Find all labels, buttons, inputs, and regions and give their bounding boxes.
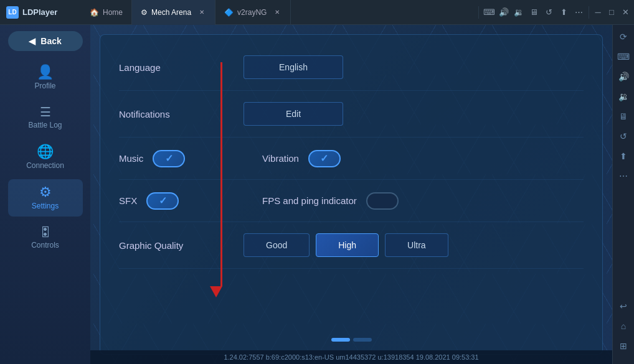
notifications-controls: Edit [244, 102, 584, 126]
music-vibration-row: Music ✓ Vibration ✓ [119, 138, 584, 180]
minimize-button[interactable]: ─ [592, 6, 604, 19]
language-button[interactable]: English [244, 55, 343, 79]
quality-good-button[interactable]: Good [244, 233, 310, 257]
tab-home[interactable]: 🏠 Home [81, 0, 132, 25]
volume-side-icon[interactable]: 🔊 [617, 70, 630, 83]
more-side-icon[interactable]: ⋯ [617, 169, 630, 183]
connection-icon: 🌐 [37, 145, 54, 159]
display-icon[interactable]: 🖥 [528, 6, 540, 19]
controls-label: Controls [31, 241, 59, 250]
app-logo-area: LD LDPlayer [0, 6, 81, 19]
tab-mech-arena[interactable]: ⚙ Mech Arena ✕ [132, 0, 215, 25]
right-sidebar: ⟳ ⌨ 🔊 🔉 🖥 ↺ ⬆ ⋯ ↩ ⌂ ⊞ [612, 25, 634, 364]
settings-icon: ⚙ [39, 185, 52, 199]
sync-icon[interactable]: ⟳ [617, 30, 630, 44]
language-label: Language [119, 62, 244, 73]
sidebar-item-battle-log[interactable]: ☰ Battle Log [8, 100, 83, 136]
v2rayng-tab-close[interactable]: ✕ [273, 8, 282, 17]
music-toggle-check-icon: ✓ [165, 152, 173, 164]
rotate-icon[interactable]: ↺ [542, 6, 555, 19]
sfx-fps-row: SFX ✓ FPS and ping indicator ✓ [119, 180, 584, 222]
refresh-side-icon[interactable]: ↺ [617, 129, 630, 143]
controls-icon: 🎛 [39, 226, 52, 238]
vibration-toggle[interactable]: ✓ [308, 150, 341, 167]
sidebar-item-controls[interactable]: 🎛 Controls [8, 220, 83, 256]
apps-side-icon[interactable]: ⊞ [617, 339, 630, 353]
music-label: Music [119, 153, 143, 164]
mech-arena-tab-icon: ⚙ [141, 8, 148, 17]
tabs-container: 🏠 Home ⚙ Mech Arena ✕ 🔷 v2rayNG ✕ [81, 0, 478, 25]
connection-label: Connection [26, 161, 64, 170]
fps-toggle[interactable]: ✓ [366, 192, 399, 210]
sidebar-item-connection[interactable]: 🌐 Connection [8, 139, 83, 176]
content-area: Language English Notifications Edit Musi… [90, 25, 612, 364]
language-controls: English [244, 55, 584, 79]
more-icon[interactable]: ⋯ [572, 6, 585, 19]
home-tab-icon: 🏠 [90, 8, 99, 17]
sfx-toggle-check-icon: ✓ [159, 195, 167, 207]
tab-v2rayng[interactable]: 🔷 v2rayNG ✕ [215, 0, 291, 25]
keyboard-icon[interactable]: ⌨ [483, 6, 495, 19]
vibration-toggle-check-icon: ✓ [320, 152, 328, 164]
battle-log-label: Battle Log [28, 121, 62, 129]
graphic-quality-row: Graphic Quality Good High Ultra [119, 222, 584, 269]
volume-icon[interactable]: 🔊 [498, 6, 510, 19]
back-arrow-icon: ◀ [29, 36, 35, 46]
scroll-dot-1 [331, 338, 350, 342]
status-bar: 1.24.02:7557 b:69:c2000:s13:en-US um1443… [90, 350, 612, 364]
vibration-label: Vibration [262, 153, 299, 164]
app-logo: LD [6, 6, 19, 19]
home-tab-label: Home [103, 8, 123, 17]
fps-label: FPS and ping indicator [262, 195, 357, 206]
upload-side-icon[interactable]: ⬆ [617, 149, 630, 163]
vibration-toggle-item: Vibration ✓ [262, 150, 387, 167]
profile-icon: 👤 [37, 65, 54, 79]
home-side-icon[interactable]: ⌂ [617, 319, 630, 333]
music-vibration-group: Music ✓ Vibration ✓ [119, 150, 584, 167]
settings-label: Settings [32, 202, 59, 210]
mech-arena-tab-close[interactable]: ✕ [197, 8, 206, 17]
music-toggle[interactable]: ✓ [153, 150, 185, 167]
status-text: 1.24.02:7557 b:69:c2000:s13:en-US um1443… [224, 353, 478, 361]
title-bar: LD LDPlayer 🏠 Home ⚙ Mech Arena ✕ 🔷 v2ra… [0, 0, 634, 25]
mute-icon[interactable]: 🔉 [513, 6, 525, 19]
back-side-icon[interactable]: ↩ [617, 299, 630, 313]
maximize-button[interactable]: □ [605, 6, 618, 19]
graphic-quality-label: Graphic Quality [119, 240, 244, 251]
notifications-label: Notifications [119, 109, 244, 119]
keyboard-side-icon[interactable]: ⌨ [617, 50, 630, 63]
sidebar-item-profile[interactable]: 👤 Profile [8, 59, 83, 96]
graphic-quality-controls: Good High Ultra [244, 233, 584, 257]
back-label: Back [40, 36, 61, 46]
quality-button-group: Good High Ultra [244, 233, 448, 257]
screen-side-icon[interactable]: 🖥 [617, 110, 630, 123]
sidebar-item-settings[interactable]: ⚙ Settings [8, 179, 83, 217]
sfx-toggle-item: SFX ✓ [119, 192, 244, 210]
music-toggle-item: Music ✓ [119, 150, 244, 167]
notifications-row: Notifications Edit [119, 91, 584, 138]
v2rayng-tab-label: v2rayNG [237, 8, 267, 17]
sfx-fps-group: SFX ✓ FPS and ping indicator ✓ [119, 192, 584, 210]
main-layout: ◀ Back 👤 Profile ☰ Battle Log 🌐 Connecti… [0, 25, 634, 364]
battle-log-icon: ☰ [40, 106, 51, 118]
app-name: LDPlayer [22, 7, 57, 17]
settings-panel: Language English Notifications Edit Musi… [100, 34, 603, 355]
import-icon[interactable]: ⬆ [557, 6, 570, 19]
quality-high-button[interactable]: High [316, 233, 379, 257]
fps-toggle-item: FPS and ping indicator ✓ [262, 192, 424, 210]
sfx-toggle[interactable]: ✓ [146, 192, 179, 210]
notifications-edit-button[interactable]: Edit [244, 102, 343, 126]
volume-down-side-icon[interactable]: 🔉 [617, 90, 630, 103]
v2rayng-tab-icon: 🔷 [224, 8, 234, 17]
back-button[interactable]: ◀ Back [8, 31, 83, 51]
scroll-dot-2 [353, 338, 372, 342]
close-button[interactable]: ✕ [619, 6, 632, 19]
titlebar-side-icons: ⌨ 🔊 🔉 🖥 ↺ ⬆ ⋯ [478, 6, 589, 19]
mech-arena-tab-label: Mech Arena [151, 8, 191, 17]
scroll-indicators [119, 335, 584, 345]
sfx-label: SFX [119, 195, 137, 206]
window-controls: ─ □ ✕ [589, 6, 634, 19]
quality-ultra-button[interactable]: Ultra [385, 233, 448, 257]
language-row: Language English [119, 44, 584, 91]
profile-label: Profile [34, 82, 55, 90]
